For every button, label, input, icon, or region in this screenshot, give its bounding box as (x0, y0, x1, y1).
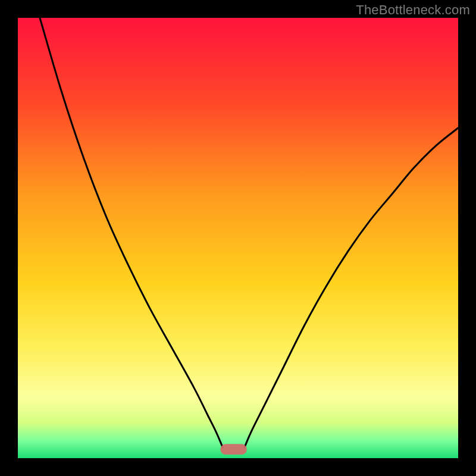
bottleneck-chart (18, 18, 458, 458)
chart-container: TheBottleneck.com (0, 0, 476, 476)
minimum-marker (220, 444, 246, 455)
chart-background (18, 18, 458, 458)
chart-marker (220, 444, 246, 455)
watermark-text: TheBottleneck.com (356, 2, 470, 18)
